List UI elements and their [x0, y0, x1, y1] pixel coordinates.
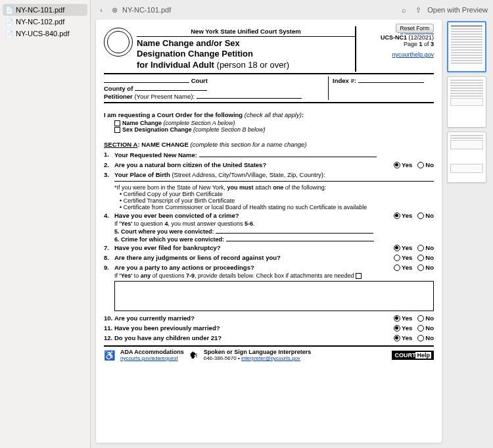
section-a-header: SECTION A: NAME CHANGE (complete this se…	[104, 139, 434, 149]
interpreter-link[interactable]: interpreter@nycourts.gov	[241, 355, 300, 361]
state-seal-icon	[104, 28, 133, 57]
search-icon[interactable]: ⌕	[398, 5, 409, 15]
page-thumbnail-3[interactable]	[447, 132, 486, 183]
birth-note: *If you were born in the State of New Yo…	[104, 184, 434, 191]
q4-yes-radio[interactable]	[394, 212, 400, 219]
courthelp-link[interactable]: nycourthelp.gov	[392, 51, 434, 58]
caption-block: Court County of Petitioner (Your Present…	[104, 74, 434, 103]
file-sidebar: 📄 NY-NC-101.pdf 📄 NY-NC-102.pdf 📄 NY-UCS…	[0, 0, 91, 448]
reset-form-button[interactable]: Reset Form	[396, 24, 434, 33]
file-item[interactable]: 📄 NY-NC-101.pdf	[3, 4, 87, 16]
q8-yes-radio[interactable]	[394, 255, 400, 261]
file-name: NY-NC-101.pdf	[16, 6, 64, 14]
viewer: Reset Form New York State Unified Court …	[91, 20, 493, 448]
q8-no-radio[interactable]	[417, 255, 424, 261]
form-header: New York State Unified Court System Name…	[104, 26, 434, 74]
q12-no-radio[interactable]	[417, 335, 424, 341]
q10-no-radio[interactable]	[417, 315, 424, 322]
courthelp-badge: COURTHelp	[392, 351, 434, 360]
document-page[interactable]: Reset Form New York State Unified Court …	[96, 20, 442, 443]
page-thumbnail-2[interactable]	[447, 76, 486, 128]
form-meta: nycourts.gov UCS-NC1 (12/2021) Page 1 of…	[355, 26, 434, 72]
details-textbox[interactable]	[114, 281, 434, 311]
form-title: Name Change and/or Sex Designation Chang…	[137, 37, 355, 72]
page-thumbnail-1[interactable]	[447, 21, 486, 72]
birth-bullets: Certified Copy of your Birth Certificate…	[104, 191, 434, 211]
file-item[interactable]: 📄 NY-UCS-840.pdf	[3, 28, 87, 39]
pdf-icon: 📄	[5, 17, 13, 26]
q9-yes-radio[interactable]	[394, 264, 400, 271]
q7-no-radio[interactable]	[417, 245, 424, 251]
request-intro: I am requesting a Court Order for the fo…	[104, 110, 434, 120]
q2-no-radio[interactable]	[417, 162, 424, 168]
toolbar: ‹ ⊗ NY-NC-101.pdf ⌕ ⇪ Open with Preview	[91, 0, 493, 20]
attachments-checkbox[interactable]	[356, 273, 362, 279]
ada-link[interactable]: nycourts.gov/adarequest	[120, 355, 184, 361]
q10-yes-radio[interactable]	[394, 315, 400, 322]
close-tab-icon[interactable]: ⊗	[109, 5, 120, 15]
q9-no-radio[interactable]	[417, 264, 424, 271]
interpreter-icon: 🗣	[189, 350, 199, 361]
document-tab: ‹ ⊗ NY-NC-101.pdf	[96, 5, 171, 15]
q7-yes-radio[interactable]	[394, 245, 400, 251]
main-area: ‹ ⊗ NY-NC-101.pdf ⌕ ⇪ Open with Preview …	[91, 0, 493, 448]
tab-title: NY-NC-101.pdf	[122, 6, 171, 14]
q4-no-radio[interactable]	[417, 212, 424, 219]
q2-yes-radio[interactable]	[394, 162, 400, 168]
thumbnail-strip	[447, 20, 488, 443]
share-icon[interactable]: ⇪	[413, 5, 423, 15]
q12-yes-radio[interactable]	[394, 335, 400, 341]
pdf-icon: 📄	[5, 29, 13, 38]
file-name: NY-UCS-840.pdf	[16, 30, 70, 37]
q11-no-radio[interactable]	[417, 325, 424, 332]
page-footer: ♿ ADA Accommodations nycourts.gov/adareq…	[104, 345, 434, 361]
sex-change-checkbox[interactable]	[114, 127, 120, 133]
back-icon[interactable]: ‹	[96, 5, 106, 15]
name-change-checkbox[interactable]	[114, 120, 120, 126]
open-with-button[interactable]: Open with Preview	[427, 6, 488, 14]
q11-yes-radio[interactable]	[394, 325, 400, 332]
file-name: NY-NC-102.pdf	[16, 18, 64, 26]
accessibility-icon: ♿	[104, 350, 115, 361]
file-item[interactable]: 📄 NY-NC-102.pdf	[3, 16, 87, 28]
pdf-icon: 📄	[5, 5, 13, 14]
org-name: New York State Unified Court System	[137, 26, 355, 37]
